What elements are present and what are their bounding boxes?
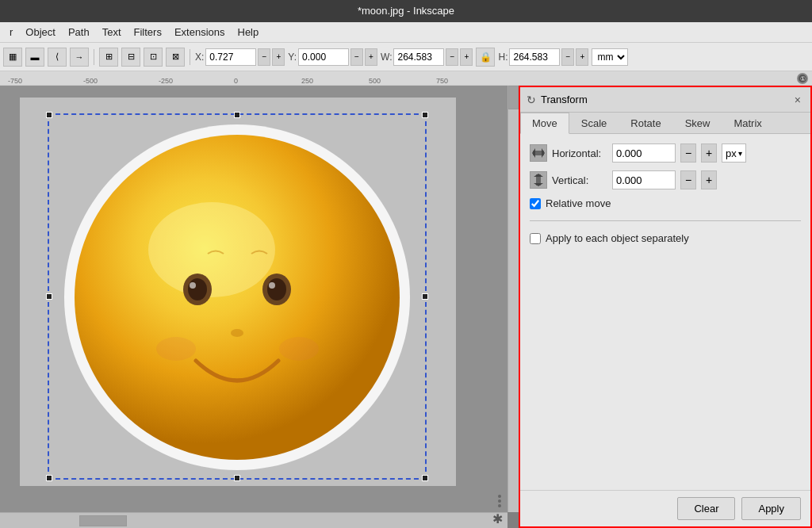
scrollbar-horizontal[interactable]: [0, 512, 508, 528]
w-label: W:: [381, 52, 392, 63]
scrollbar-vertical[interactable]: [508, 86, 519, 512]
handle-tc[interactable]: [234, 112, 240, 118]
tab-skew[interactable]: Skew: [673, 113, 722, 133]
apply-each-row: Apply to each object separately: [530, 232, 801, 244]
drawing-surface: [20, 98, 456, 486]
handle-tl[interactable]: [46, 112, 52, 118]
h-plus[interactable]: +: [576, 48, 588, 66]
ruler-horizontal: -750 -500 -250 0 250 500 750 ①: [0, 71, 812, 86]
inkscape-bottom-icon: ✱: [492, 511, 503, 526]
dots-icon[interactable]: [494, 493, 505, 509]
handle-bc[interactable]: [234, 475, 240, 481]
tab-rotate[interactable]: Rotate: [619, 113, 672, 133]
title-text: *moon.jpg - Inkscape: [358, 5, 454, 17]
x-label: X:: [195, 52, 204, 63]
y-minus[interactable]: −: [350, 48, 363, 66]
unit-select[interactable]: mm px cm in: [592, 48, 628, 66]
toolbar-btn-3[interactable]: ⟨: [48, 48, 67, 67]
handle-bl[interactable]: [46, 475, 52, 481]
vertical-input[interactable]: [612, 170, 676, 189]
w-coord-group: W: − +: [381, 48, 473, 66]
toolbar-btn-align4[interactable]: ⊠: [166, 48, 185, 67]
relative-move-checkbox[interactable]: [530, 198, 541, 209]
h-minus[interactable]: −: [561, 48, 574, 66]
relative-move-label[interactable]: Relative move: [546, 197, 611, 209]
handle-ml[interactable]: [46, 293, 52, 300]
y-input[interactable]: [298, 48, 349, 66]
moon-svg: [61, 123, 414, 472]
toolbar-btn-align3[interactable]: ⊡: [144, 48, 163, 67]
toolbar-separator-1: [94, 49, 94, 65]
x-minus[interactable]: −: [258, 48, 270, 66]
lock-icon-container: 🔒: [476, 48, 495, 67]
menu-item-help[interactable]: Help: [232, 25, 266, 40]
svg-point-10: [156, 337, 196, 361]
horizontal-label: Horizontal:: [552, 147, 607, 159]
horizontal-minus-btn[interactable]: −: [680, 143, 696, 163]
toolbar-btn-4[interactable]: →: [70, 48, 89, 67]
h-input[interactable]: [509, 48, 560, 66]
apply-each-checkbox[interactable]: [530, 233, 541, 244]
menu-item-r[interactable]: r: [3, 25, 19, 40]
panel-titlebar: ↻ Transform ×: [520, 87, 810, 113]
selection-box: [48, 113, 427, 480]
toolbar: ▦ ▬ ⟨ → ⊞ ⊟ ⊡ ⊠ X: − + Y: − + W: − + 🔒 H…: [0, 43, 812, 71]
spacer: [530, 252, 801, 484]
menu-item-object[interactable]: Object: [19, 25, 62, 40]
x-input[interactable]: [205, 48, 256, 66]
ruler-tick-6: 500: [369, 77, 381, 85]
ruler-tick-4: 0: [234, 77, 238, 85]
w-input[interactable]: [393, 48, 444, 66]
main-area: ✱ ↻ Transform × Move Scale Rotate Skew M…: [0, 86, 812, 528]
toolbar-btn-align2[interactable]: ⊟: [121, 48, 140, 67]
vertical-plus-btn[interactable]: +: [701, 170, 717, 189]
svg-point-1: [75, 135, 400, 460]
handle-mr[interactable]: [422, 293, 428, 300]
tab-matrix[interactable]: Matrix: [722, 113, 773, 133]
y-label: Y:: [288, 52, 297, 63]
ruler-tick-3: -250: [159, 77, 173, 85]
ruler-indicator[interactable]: ①: [797, 73, 808, 84]
canvas-area[interactable]: ✱: [0, 86, 519, 528]
horizontal-arrow-icon: [532, 147, 545, 159]
tab-scale[interactable]: Scale: [569, 113, 619, 133]
svg-point-9: [231, 329, 243, 337]
toolbar-btn-1[interactable]: ▦: [3, 48, 22, 67]
svg-point-0: [64, 124, 410, 470]
unit-dropdown[interactable]: px ▾: [722, 143, 746, 163]
horizontal-plus-btn[interactable]: +: [701, 143, 717, 163]
panel-title-left: ↻ Transform: [527, 94, 588, 106]
tab-move[interactable]: Move: [520, 113, 569, 134]
menu-item-path[interactable]: Path: [62, 25, 96, 40]
apply-each-label[interactable]: Apply to each object separately: [546, 232, 689, 244]
svg-point-11: [279, 337, 319, 361]
menu-item-filters[interactable]: Filters: [128, 25, 168, 40]
svg-marker-14: [532, 148, 535, 158]
menu-item-extensions[interactable]: Extensions: [168, 25, 232, 40]
scrollbar-thumb-h[interactable]: [79, 515, 127, 526]
vertical-icon: [530, 171, 547, 189]
clear-button[interactable]: Clear: [677, 497, 735, 520]
vertical-field-row: Vertical: − +: [530, 170, 801, 189]
x-plus[interactable]: +: [272, 48, 285, 66]
w-minus[interactable]: −: [446, 48, 458, 66]
svg-point-3: [183, 274, 212, 305]
panel-close-button[interactable]: ×: [791, 94, 804, 106]
toolbar-btn-2[interactable]: ▬: [25, 48, 44, 67]
w-plus[interactable]: +: [460, 48, 473, 66]
handle-br[interactable]: [422, 475, 428, 481]
menu-item-text[interactable]: Text: [96, 25, 128, 40]
svg-point-4: [188, 278, 207, 300]
scrollbar-thumb-v[interactable]: [508, 86, 519, 109]
vertical-arrow-icon: [532, 174, 545, 186]
y-plus[interactable]: +: [365, 48, 377, 66]
horizontal-input[interactable]: [612, 143, 676, 163]
lock-icon[interactable]: 🔒: [476, 48, 495, 67]
vertical-minus-btn[interactable]: −: [680, 170, 696, 189]
svg-marker-16: [534, 174, 543, 177]
ruler-tick-5: 250: [301, 77, 313, 85]
toolbar-btn-align1[interactable]: ⊞: [99, 48, 118, 67]
handle-tr[interactable]: [422, 112, 428, 118]
h-label: H:: [498, 52, 508, 63]
apply-button[interactable]: Apply: [741, 497, 801, 520]
